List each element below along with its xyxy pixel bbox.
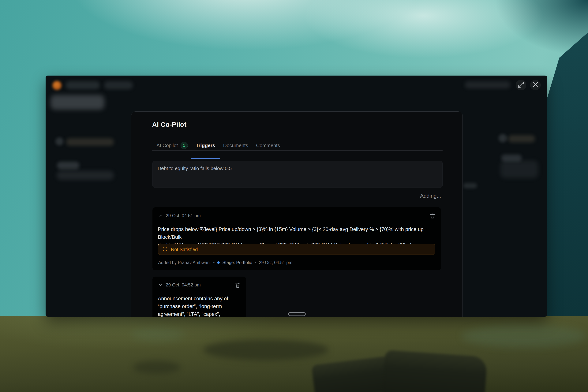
- tab-bar: AI Copilot 1 Triggers Documents Comments: [152, 140, 284, 150]
- tab-triggers-label: Triggers: [196, 142, 215, 148]
- expand-button[interactable]: [516, 80, 526, 90]
- delete-trigger-icon[interactable]: [429, 212, 436, 219]
- right-panel-avatar-blurred: [498, 134, 507, 142]
- right-panel-heading-blurred: [508, 135, 535, 142]
- active-tab-underline: [190, 158, 220, 159]
- left-panel-subtext-blurred: [56, 171, 114, 180]
- left-panel-avatar-blurred: [56, 138, 64, 146]
- drag-handle[interactable]: [288, 312, 306, 316]
- tab-ai-copilot[interactable]: AI Copilot 1: [152, 140, 192, 150]
- adding-status: Adding...: [420, 193, 441, 199]
- added-time-text: 29 Oct, 04:51 pm: [259, 260, 292, 265]
- wallpaper-sheen: [461, 324, 587, 348]
- trigger-text-line: agreement”, “LTA”, “capex”, “capacity”,: [158, 310, 241, 317]
- app-window: AI Co-Pilot AI Copilot 1 Triggers Docume…: [46, 76, 547, 317]
- trigger-meta: Added by Pranav Ambwani • Stage: Portfol…: [158, 260, 292, 265]
- trigger-card-header: 29 Oct, 04:52 pm: [158, 282, 201, 288]
- stage-dot: [217, 262, 220, 264]
- trigger-card: 29 Oct, 04:52 pm Announcement contains a…: [152, 276, 246, 317]
- stage-text: Stage: Portfolio: [222, 260, 252, 265]
- tab-comments-label: Comments: [256, 142, 280, 148]
- status-badge-label: Not Satisfied: [171, 247, 198, 252]
- trigger-text-line: “purchase order”, “long-term: [158, 302, 241, 310]
- wallpaper-mound: [203, 340, 328, 360]
- close-button[interactable]: [530, 80, 541, 90]
- chevron-down-icon[interactable]: [158, 282, 163, 288]
- window-title-blurred: [66, 81, 100, 89]
- status-badge: Not Satisfied: [158, 244, 435, 255]
- tab-ai-copilot-label: AI Copilot: [156, 142, 178, 148]
- separator-dot: •: [255, 260, 256, 265]
- separator-dot: •: [213, 260, 214, 265]
- tab-ai-copilot-count-badge: 1: [180, 142, 188, 149]
- left-panel-heading-blurred: [66, 138, 114, 146]
- window-title-blurred: [104, 81, 133, 89]
- right-panel-label-blurred: [501, 154, 522, 161]
- ai-copilot-modal: AI Co-Pilot AI Copilot 1 Triggers Docume…: [131, 112, 463, 317]
- tab-documents[interactable]: Documents: [219, 140, 252, 150]
- desktop: AI Co-Pilot AI Copilot 1 Triggers Docume…: [0, 0, 588, 392]
- right-panel-block-blurred: [500, 160, 538, 178]
- wallpaper-mound: [133, 361, 180, 374]
- trigger-input[interactable]: Debt to equity ratio falls below 0.5: [152, 161, 442, 188]
- wallpaper-rock: [382, 350, 488, 392]
- alert-circle-icon: [162, 246, 168, 253]
- tab-triggers[interactable]: Triggers: [192, 140, 219, 150]
- trigger-card-header: 29 Oct, 04:51 pm: [158, 213, 201, 218]
- close-icon: [532, 81, 539, 89]
- expand-icon: [517, 81, 525, 90]
- tabs-divider: [152, 150, 442, 151]
- delete-trigger-icon[interactable]: [234, 282, 241, 288]
- modal-title: AI Co-Pilot: [152, 121, 186, 128]
- mid-text-blurred: [463, 183, 477, 188]
- trigger-text-line: Price drops below ₹{level} Price up/down…: [158, 226, 436, 241]
- trigger-card: 29 Oct, 04:51 pm Price drops below ₹{lev…: [152, 207, 441, 270]
- trigger-text: Announcement contains any of: “purchase …: [158, 295, 241, 317]
- added-by-text: Added by Pranav Ambwani: [158, 260, 210, 265]
- company-logo-blurred: [52, 81, 62, 90]
- trigger-timestamp: 29 Oct, 04:51 pm: [166, 213, 201, 218]
- trigger-text-line: Announcement contains any of:: [158, 295, 241, 302]
- left-panel-label-blurred: [57, 162, 79, 169]
- wallpaper-sheen: [131, 328, 184, 341]
- tab-documents-label: Documents: [223, 142, 248, 148]
- trigger-timestamp: 29 Oct, 04:52 pm: [166, 282, 201, 288]
- tab-comments[interactable]: Comments: [252, 140, 284, 150]
- header-right-text-blurred: [465, 81, 510, 88]
- chevron-up-icon[interactable]: [158, 213, 163, 218]
- page-title-blurred: [50, 95, 104, 110]
